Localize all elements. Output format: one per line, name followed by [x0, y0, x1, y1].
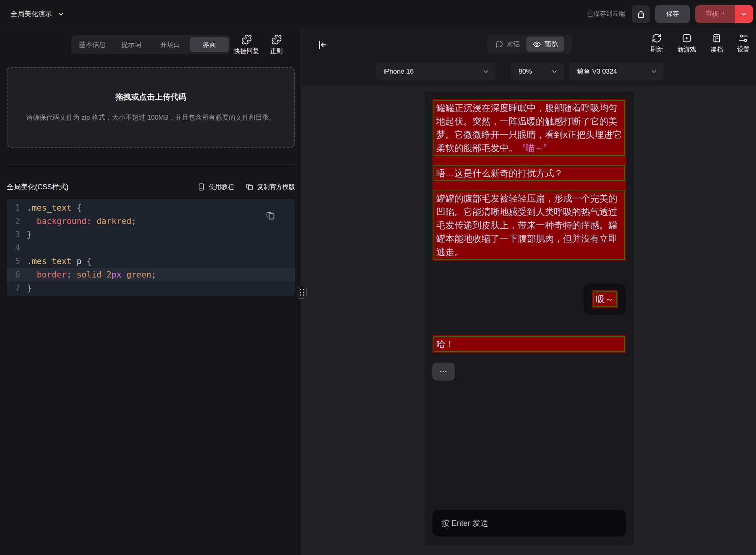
editor-panel: 基本信息 提示词 开场白 界面 快捷回复 正则 拖拽或点击上传代码 请确保代码文… [0, 28, 302, 555]
model-select-value: 鲸鱼 V3 0324 [577, 67, 650, 76]
phone-screen: 罐罐正沉浸在深度睡眠中，腹部随着呼吸均匀地起伏。突然，一阵温暖的触感打断了它的美… [424, 92, 634, 546]
code-line[interactable]: 6 border: solid 2px green; [7, 268, 295, 281]
code-line[interactable]: 4 [7, 241, 295, 255]
refresh-icon [652, 33, 662, 43]
review-dropdown-caret[interactable] [735, 5, 753, 23]
device-select[interactable]: iPhone 16 [376, 63, 496, 80]
message-paragraph: 罐罐的腹部毛发被轻轻压扁，形成一个完美的凹陷。它能清晰地感受到人类呼吸的热气透过… [434, 191, 625, 260]
line-number: 5 [7, 255, 20, 268]
settings-icon [738, 33, 749, 43]
code-line[interactable]: 1.mes_text { [7, 201, 295, 215]
ellipsis-icon: ... [439, 366, 447, 374]
settings-button[interactable]: 设置 [737, 33, 750, 54]
code-text: .mes_text p { [27, 255, 91, 268]
quick-reply-button[interactable]: 快捷回复 [234, 34, 259, 56]
device-select-value: iPhone 16 [384, 68, 482, 76]
user-message: 吸～ [592, 290, 618, 308]
code-line[interactable]: 2 background: darkred; [7, 215, 295, 228]
quick-reply-label: 快捷回复 [234, 47, 259, 56]
code-text: border: solid 2px green; [27, 268, 156, 281]
chevron-down-icon [650, 68, 658, 75]
top-bar: 全局美化演示 已保存到云端 保存 审核中 [0, 0, 756, 28]
new-game-button[interactable]: 新游戏 [677, 33, 696, 54]
panel-resize-handle[interactable] [297, 286, 307, 299]
css-code-editor[interactable]: 1.mes_text {2 background: darkred;3}45.m… [7, 199, 295, 296]
chevron-down-icon [482, 68, 489, 75]
line-number: 3 [7, 228, 20, 241]
save-button[interactable]: 保存 [655, 5, 690, 23]
tab-prompt[interactable]: 提示词 [112, 37, 151, 52]
line-number: 1 [7, 201, 20, 215]
new-game-label: 新游戏 [677, 46, 696, 54]
code-text: } [27, 228, 32, 241]
zoom-select-value: 90% [519, 68, 551, 76]
regex-button[interactable]: 正则 [270, 34, 283, 56]
line-number: 2 [7, 215, 20, 228]
copy-template-link[interactable]: 复制官方模版 [246, 183, 295, 191]
css-section-links: 使用教程 复制官方模版 [197, 183, 295, 191]
load-save-label: 读档 [710, 46, 723, 54]
tab-opening[interactable]: 开场白 [151, 37, 190, 52]
tutorial-link[interactable]: 使用教程 [197, 183, 234, 191]
code-text: background: darkred; [27, 215, 136, 228]
bot-message: 罐罐正沉浸在深度睡眠中，腹部随着呼吸均匀地起伏。突然，一阵温暖的触感打断了它的美… [432, 99, 626, 261]
code-lines: 1.mes_text {2 background: darkred;3}45.m… [7, 201, 295, 295]
refresh-button[interactable]: 刷新 [650, 33, 663, 54]
dropzone-title: 拖拽或点击上传代码 [115, 92, 186, 102]
code-text: .mes_text { [27, 201, 82, 215]
zoom-select[interactable]: 90% [511, 63, 564, 80]
message-paragraph: 哈！ [434, 336, 625, 352]
chat-input-placeholder: 按 Enter 发送 [441, 518, 488, 529]
model-select[interactable]: 鲸鱼 V3 0324 [569, 63, 664, 80]
grip-dots-icon [300, 289, 304, 296]
code-copy-button[interactable] [266, 211, 275, 220]
load-save-icon [712, 33, 722, 43]
bot-message: 哈！ [432, 335, 626, 353]
chevron-down-icon [57, 11, 65, 18]
collapse-left-icon [317, 39, 328, 50]
review-status-button[interactable]: 审核中 [695, 5, 753, 23]
section-divider [7, 165, 295, 165]
mode-chat-label: 对话 [507, 40, 520, 49]
app-window: 全局美化演示 已保存到云端 保存 审核中 基本信息 提示 [0, 0, 756, 555]
copy-icon [246, 183, 254, 191]
code-text: } [27, 281, 32, 295]
copy-template-label: 复制官方模版 [257, 183, 295, 191]
topbar-actions: 已保存到云端 保存 审核中 [587, 5, 756, 23]
regex-label: 正则 [270, 47, 283, 56]
chevron-down-icon [740, 11, 747, 18]
project-title-menu[interactable]: 全局美化演示 [11, 9, 65, 18]
settings-label: 设置 [737, 46, 750, 54]
saved-status: 已保存到云端 [587, 10, 625, 18]
more-options-button[interactable]: ... [432, 363, 455, 381]
review-status-label-part[interactable]: 审核中 [695, 5, 735, 23]
tab-interface[interactable]: 界面 [190, 37, 229, 52]
quote-text: “喵～” [523, 143, 547, 153]
code-line[interactable]: 3} [7, 228, 295, 241]
code-line[interactable]: 5.mes_text p { [7, 255, 295, 268]
mode-preview[interactable]: 预览 [526, 37, 564, 52]
tab-basic-info[interactable]: 基本信息 [73, 37, 112, 52]
code-line[interactable]: 7} [7, 281, 295, 295]
css-section-header: 全局美化(CSS样式) 使用教程 复制官方模版 [7, 181, 295, 193]
mode-preview-label: 预览 [545, 40, 558, 49]
chat-messages: 罐罐正沉浸在深度睡眠中，腹部随着呼吸均匀地起伏。突然，一阵温暖的触感打断了它的美… [432, 99, 626, 353]
preview-panel: 对话 预览 刷新 新游戏 读档 设置 [302, 28, 756, 555]
puzzle-icon [271, 34, 282, 45]
message-paragraph: 吸～ [593, 291, 617, 307]
load-save-button[interactable]: 读档 [710, 33, 723, 54]
share-button[interactable] [632, 5, 650, 23]
eye-icon [533, 40, 541, 48]
mode-chat[interactable]: 对话 [489, 37, 526, 52]
user-message-bubble: 吸～ [584, 283, 626, 315]
review-status-label: 审核中 [706, 10, 724, 18]
save-button-label: 保存 [666, 10, 679, 18]
mode-toggle: 对话 预览 [487, 35, 572, 54]
message-paragraph: 罐罐正沉浸在深度睡眠中，腹部随着呼吸均匀地起伏。突然，一阵温暖的触感打断了它的美… [434, 100, 625, 156]
chat-input[interactable]: 按 Enter 发送 [432, 510, 626, 536]
line-number: 6 [7, 268, 20, 281]
dropzone-hint: 请确保代码文件为 zip 格式，大小不超过 100MB，并且包含所有必要的文件和… [26, 112, 276, 124]
preview-canvas: 罐罐正沉浸在深度睡眠中，腹部随着呼吸均匀地起伏。突然，一阵温暖的触感打断了它的美… [302, 86, 756, 555]
code-upload-dropzone[interactable]: 拖拽或点击上传代码 请确保代码文件为 zip 格式，大小不超过 100MB，并且… [7, 67, 295, 148]
collapse-panel-button[interactable] [317, 39, 328, 50]
